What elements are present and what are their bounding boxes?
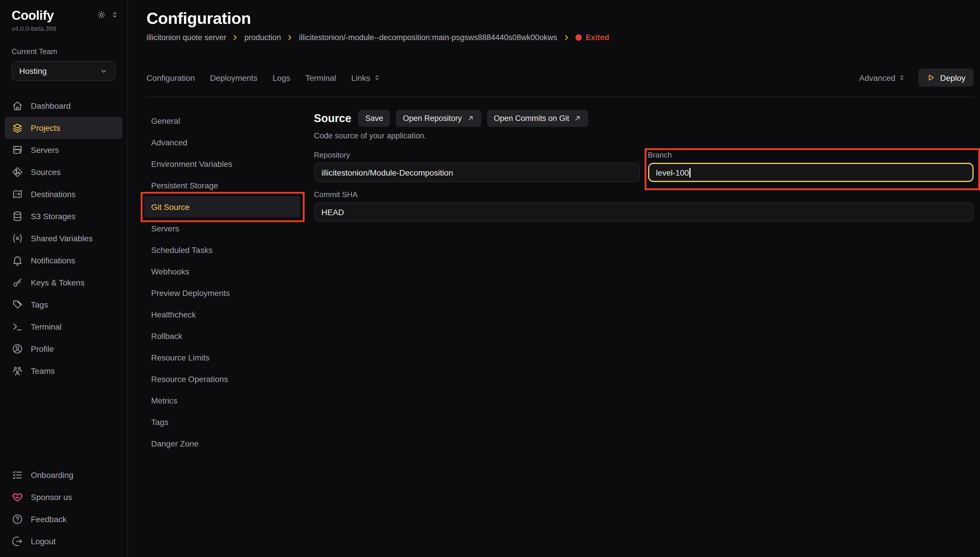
- tab-deployments[interactable]: Deployments: [210, 73, 257, 82]
- sidebar-item-sponsor[interactable]: Sponsor us: [5, 486, 123, 508]
- source-panel: Source Save Open Repository Open Commits…: [314, 106, 973, 454]
- chevron-right-icon: [286, 34, 294, 41]
- deploy-button[interactable]: Deploy: [919, 68, 973, 86]
- sidebar: Coolify v4.0.0-beta.399 Current Team Hos…: [0, 0, 128, 557]
- sidebar-item-feedback[interactable]: Feedback: [5, 508, 123, 530]
- tabs-row: Configuration Deployments Logs Terminal …: [146, 68, 973, 86]
- heart-icon: [11, 491, 23, 503]
- repository-input[interactable]: illicitestonion/Module-Decomposition: [314, 163, 640, 182]
- current-team-label: Current Team: [11, 47, 116, 56]
- config-menu-rollback[interactable]: Rollback: [144, 325, 300, 347]
- sidebar-item-s3-storages[interactable]: S3 Storages: [5, 205, 123, 227]
- bell-icon: [11, 255, 23, 266]
- team-select-value: Hosting: [19, 66, 47, 76]
- config-menu-healthcheck[interactable]: Healthcheck: [144, 303, 300, 325]
- commit-sha-label: Commit SHA: [314, 190, 973, 199]
- branch-label: Branch: [648, 151, 973, 159]
- sidebar-item-keys-tokens[interactable]: Keys & Tokens: [5, 272, 123, 294]
- tab-logs[interactable]: Logs: [273, 73, 290, 82]
- tabs-divider: [146, 96, 973, 97]
- checklist-icon: [11, 469, 23, 481]
- open-commits-button[interactable]: Open Commits on Git: [487, 110, 588, 127]
- server-icon: [11, 144, 23, 156]
- tab-configuration[interactable]: Configuration: [146, 73, 195, 82]
- sun-icon[interactable]: [97, 10, 106, 19]
- sidebar-item-notifications[interactable]: Notifications: [5, 249, 123, 272]
- sidebar-item-servers[interactable]: Servers: [5, 139, 123, 161]
- config-menu-webhooks[interactable]: Webhooks: [144, 261, 300, 282]
- sidebar-item-tags[interactable]: Tags: [5, 294, 123, 316]
- status-label: Exited: [586, 33, 609, 42]
- config-menu-tags[interactable]: Tags: [144, 411, 300, 433]
- sidebar-item-teams[interactable]: Teams: [5, 360, 123, 382]
- commit-sha-field-group: Commit SHA HEAD: [314, 190, 973, 221]
- home-icon: [11, 100, 23, 112]
- tab-links[interactable]: Links: [351, 73, 381, 82]
- git-source-icon: [11, 166, 23, 178]
- section-title: Source: [314, 112, 351, 125]
- sidebar-item-sources[interactable]: Sources: [5, 161, 123, 183]
- config-menu-preview-deployments[interactable]: Preview Deployments: [144, 282, 300, 303]
- sidebar-item-shared-variables[interactable]: Shared Variables: [5, 227, 123, 249]
- logout-icon: [11, 536, 23, 547]
- app-logo: Coolify: [11, 8, 54, 23]
- sidebar-item-destinations[interactable]: Destinations: [5, 183, 123, 205]
- save-button[interactable]: Save: [358, 110, 390, 127]
- help-icon: [11, 513, 23, 525]
- app-version: v4.0.0-beta.399: [0, 25, 127, 32]
- repository-label: Repository: [314, 151, 640, 159]
- user-icon: [11, 343, 23, 355]
- config-menu: General Advanced Environment Variables P…: [144, 106, 300, 454]
- sidebar-item-profile[interactable]: Profile: [5, 338, 123, 360]
- breadcrumb: illicitonion quote server production ill…: [146, 33, 973, 42]
- sidebar-nav: Dashboard Projects Servers Sources Desti…: [0, 95, 127, 382]
- breadcrumb-project[interactable]: illicitonion quote server: [146, 33, 226, 42]
- selector-icon: [898, 74, 906, 81]
- repository-field-group: Repository illicitestonion/Module-Decomp…: [314, 151, 640, 182]
- config-menu-environment-variables[interactable]: Environment Variables: [144, 153, 300, 174]
- page-title: Configuration: [146, 9, 973, 28]
- selector-icon[interactable]: [111, 10, 119, 19]
- database-icon: [11, 210, 23, 222]
- advanced-menu[interactable]: Advanced: [859, 73, 906, 82]
- external-link-icon: [574, 114, 582, 122]
- config-menu-persistent-storage[interactable]: Persistent Storage: [144, 174, 300, 196]
- config-menu-danger-zone[interactable]: Danger Zone: [144, 433, 300, 454]
- tag-icon: [11, 299, 23, 311]
- text-cursor: [690, 168, 691, 177]
- branch-field-group: Branch level-100: [648, 151, 973, 182]
- status-badge: Exited: [575, 33, 609, 42]
- commit-sha-input[interactable]: HEAD: [314, 202, 973, 221]
- app-window: Coolify v4.0.0-beta.399 Current Team Hos…: [0, 0, 980, 557]
- sidebar-item-projects[interactable]: Projects: [5, 117, 123, 139]
- tab-terminal[interactable]: Terminal: [306, 73, 336, 82]
- breadcrumb-environment[interactable]: production: [244, 33, 281, 42]
- variable-icon: [11, 233, 23, 244]
- play-icon: [927, 73, 936, 82]
- config-menu-scheduled-tasks[interactable]: Scheduled Tasks: [144, 239, 300, 261]
- map-icon: [11, 188, 23, 200]
- users-icon: [11, 365, 23, 377]
- chevron-down-icon: [99, 67, 108, 75]
- config-menu-resource-limits[interactable]: Resource Limits: [144, 347, 300, 368]
- sidebar-item-dashboard[interactable]: Dashboard: [5, 95, 123, 117]
- config-menu-servers[interactable]: Servers: [144, 217, 300, 239]
- sidebar-item-terminal[interactable]: Terminal: [5, 316, 123, 338]
- layers-icon: [11, 122, 23, 134]
- key-icon: [11, 277, 23, 288]
- branch-input[interactable]: level-100: [648, 163, 973, 182]
- external-link-icon: [466, 114, 474, 122]
- config-menu-metrics[interactable]: Metrics: [144, 389, 300, 411]
- config-menu-git-source[interactable]: Git Source: [144, 196, 300, 217]
- status-dot-icon: [575, 34, 582, 41]
- team-select[interactable]: Hosting: [11, 61, 116, 81]
- sidebar-item-logout[interactable]: Logout: [5, 530, 123, 552]
- chevron-right-icon: [232, 34, 239, 41]
- sidebar-item-onboarding[interactable]: Onboarding: [5, 464, 123, 486]
- config-menu-resource-operations[interactable]: Resource Operations: [144, 368, 300, 389]
- open-repository-button[interactable]: Open Repository: [396, 110, 481, 127]
- config-menu-general[interactable]: General: [144, 110, 300, 131]
- config-menu-advanced[interactable]: Advanced: [144, 131, 300, 153]
- terminal-icon: [11, 321, 23, 332]
- breadcrumb-application[interactable]: illicitestonion/-module--decomposition:m…: [299, 33, 557, 42]
